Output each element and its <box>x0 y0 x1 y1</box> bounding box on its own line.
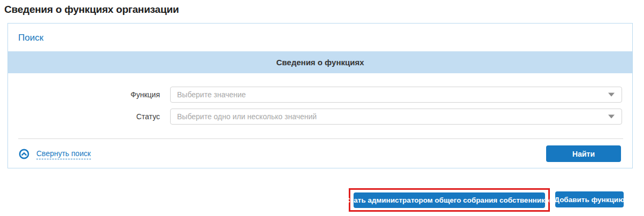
find-button[interactable]: Найти <box>546 145 621 162</box>
dropdown-arrow-icon[interactable] <box>608 93 615 97</box>
become-admin-button[interactable]: Стать администратором общего собрания со… <box>354 192 545 208</box>
section-title-band: Сведения о функциях <box>8 51 632 73</box>
search-panel: Поиск Сведения о функциях Функция Статус… <box>7 23 633 168</box>
page-title: Сведения о функциях организации <box>4 4 179 16</box>
search-panel-header[interactable]: Поиск <box>18 33 43 43</box>
collapse-search-link[interactable]: Свернуть поиск <box>19 149 91 159</box>
status-field <box>170 109 622 125</box>
collapse-search-label: Свернуть поиск <box>36 149 91 159</box>
status-select-input[interactable] <box>170 109 622 125</box>
function-field <box>170 87 622 103</box>
status-field-label: Статус <box>8 109 160 125</box>
red-highlight-box: Стать администратором общего собрания со… <box>349 188 550 212</box>
panel-divider <box>18 138 623 139</box>
dropdown-arrow-icon[interactable] <box>608 115 615 119</box>
function-select-input[interactable] <box>170 87 622 103</box>
circle-chevron-up-icon <box>19 149 29 159</box>
section-title: Сведения о функциях <box>277 58 364 67</box>
function-field-label: Функция <box>8 87 160 103</box>
add-function-button[interactable]: Добавить функцию <box>555 191 624 207</box>
page: Сведения о функциях организации Поиск Св… <box>0 0 644 216</box>
